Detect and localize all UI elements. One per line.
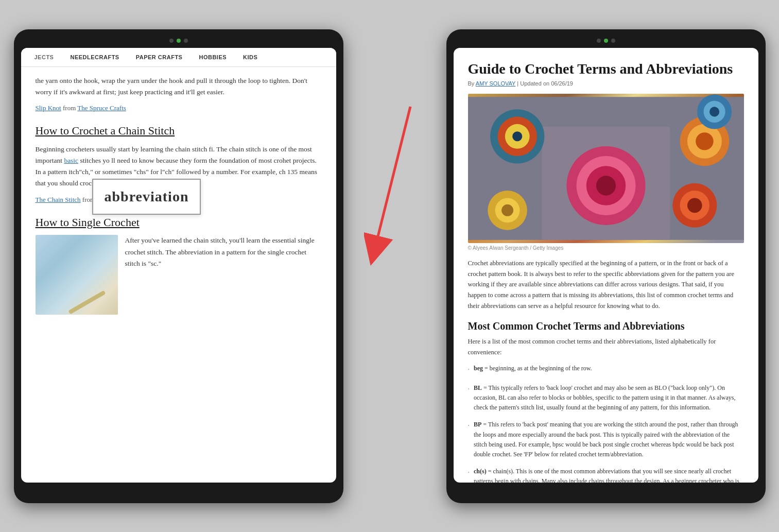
term-bl-def: = This typically refers to 'back loop' c… xyxy=(474,384,735,411)
term-ch: · ch(s) = chain(s). This is one of the m… xyxy=(468,467,744,482)
abbreviation-tooltip: abbreviation xyxy=(92,179,201,215)
right-content: Guide to Crochet Terms and Abbreviations… xyxy=(454,48,758,483)
term-bl-content: BL = This typically refers to 'back loop… xyxy=(474,383,744,413)
chain-stitch-section: How to Crochet a Chain Stitch Beginning … xyxy=(36,124,322,204)
term-bp-key: BP xyxy=(474,421,481,428)
left-camera-row xyxy=(21,39,336,43)
right-camera-dot-2 xyxy=(604,39,608,43)
svg-point-10 xyxy=(596,176,615,195)
term-beg-content: beg = beginning, as at the beginning of … xyxy=(474,364,592,373)
svg-point-13 xyxy=(696,132,713,150)
svg-line-0 xyxy=(374,107,410,251)
nav-item-needlecrafts[interactable]: NEEDLECRAFTS xyxy=(62,48,127,66)
bullet-beg: · xyxy=(468,364,470,375)
chain-basic-link[interactable]: basic xyxy=(64,157,78,164)
term-beg-key: beg xyxy=(474,365,483,372)
hero-image xyxy=(468,94,744,243)
single-crochet-section: How to Single Crochet After you've learn… xyxy=(36,215,322,315)
right-tablet: Guide to Crochet Terms and Abbreviations… xyxy=(446,29,766,503)
term-list: · beg = beginning, as at the beginning o… xyxy=(468,364,744,482)
right-camera-dot-3 xyxy=(611,39,615,43)
nav-bar: JECTS NEEDLECRAFTS PAPER CRAFTS HOBBIES … xyxy=(21,48,336,67)
slip-knot-paragraph: the yarn onto the hook, wrap the yarn un… xyxy=(36,75,322,98)
article-byline: By AMY SOLOVAY | Updated on 06/26/19 xyxy=(468,80,744,87)
article-title: Guide to Crochet Terms and Abbreviations xyxy=(468,60,744,78)
camera-dot-3 xyxy=(184,39,188,43)
chain-body-6: itch xyxy=(67,168,79,176)
bullet-bp: · xyxy=(468,420,470,432)
left-tablet: JECTS NEEDLECRAFTS PAPER CRAFTS HOBBIES … xyxy=(14,29,343,503)
term-bp-def: = This refers to 'back post' meaning tha… xyxy=(474,421,738,458)
svg-point-6 xyxy=(512,131,522,141)
svg-point-19 xyxy=(501,204,513,216)
nav-item-paper-crafts[interactable]: PAPER CRAFTS xyxy=(128,48,191,66)
slip-knot-from: from xyxy=(61,104,78,112)
nav-item-hobbies[interactable]: HOBBIES xyxy=(191,48,235,66)
term-bl-key: BL xyxy=(474,384,482,391)
chain-body-3: stitches yo xyxy=(78,157,110,164)
slip-knot-source: Slip Knot from The Spruce Crafts xyxy=(36,104,322,112)
single-crochet-text: After you've learned the chain stitch, y… xyxy=(125,235,322,315)
chain-body-7: "ch," or sometimes "chs" for l xyxy=(79,168,163,176)
term-ch-content: ch(s) = chain(s). This is one of the mos… xyxy=(474,467,744,482)
nav-item-projects[interactable]: JECTS xyxy=(26,48,62,66)
bullet-bl: · xyxy=(468,384,470,395)
slip-knot-source-name[interactable]: The Spruce Crafts xyxy=(77,104,126,112)
camera-dot-2 xyxy=(177,39,181,43)
chain-stitch-link[interactable]: The Chain Stitch xyxy=(36,196,81,203)
author-link[interactable]: AMY SOLOVAY xyxy=(476,80,515,87)
single-crochet-heading: How to Single Crochet xyxy=(36,215,322,230)
term-bp-content: BP = This refers to 'back post' meaning … xyxy=(474,420,744,459)
right-screen: Guide to Crochet Terms and Abbreviations… xyxy=(454,48,758,483)
term-bp: · BP = This refers to 'back post' meanin… xyxy=(468,420,744,459)
article-date: Updated on 06/26/19 xyxy=(520,80,573,87)
term-bl: · BL = This typically refers to 'back lo… xyxy=(468,383,744,413)
left-screen: JECTS NEEDLECRAFTS PAPER CRAFTS HOBBIES … xyxy=(21,48,336,483)
camera-dot-1 xyxy=(169,39,174,43)
hero-image-svg xyxy=(468,94,744,243)
section-subtitle: Here is a list of the most common croche… xyxy=(468,336,744,357)
svg-point-16 xyxy=(687,198,702,213)
svg-point-22 xyxy=(709,107,719,116)
red-arrow-svg xyxy=(364,29,426,503)
right-camera-dot-1 xyxy=(597,39,601,43)
nav-item-kids[interactable]: KIDS xyxy=(235,48,266,66)
article-intro: Crochet abbreviations are typically spec… xyxy=(468,258,744,311)
single-crochet-content: After you've learned the chain stitch, y… xyxy=(36,235,322,315)
term-ch-key: ch(s) xyxy=(474,468,487,475)
arrow-container xyxy=(364,29,426,503)
image-caption: © Alyees Alwan Sergeanth / Getty Images xyxy=(468,245,744,251)
chain-body-1: Beginning crocheters usually start by le… xyxy=(36,145,213,153)
term-beg: · beg = beginning, as at the beginning o… xyxy=(468,364,744,375)
crochet-image xyxy=(36,235,118,315)
right-camera-row xyxy=(454,39,758,43)
chain-stitch-heading: How to Crochet a Chain Stitch xyxy=(36,124,322,139)
bullet-ch: · xyxy=(468,467,470,478)
left-content: the yarn onto the hook, wrap the yarn un… xyxy=(21,67,336,483)
chain-stitch-body: Beginning crocheters usually start by le… xyxy=(36,144,322,190)
chain-body-4: ll need to know because they form the fo… xyxy=(111,157,283,164)
most-common-title: Most Common Crochet Terms and Abbreviati… xyxy=(468,320,744,332)
term-beg-def: = beginning, as at the beginning of the … xyxy=(483,365,592,372)
term-ch-def: = chain(s). This is one of the most comm… xyxy=(474,468,739,482)
slip-knot-link[interactable]: Slip Knot xyxy=(36,104,61,112)
